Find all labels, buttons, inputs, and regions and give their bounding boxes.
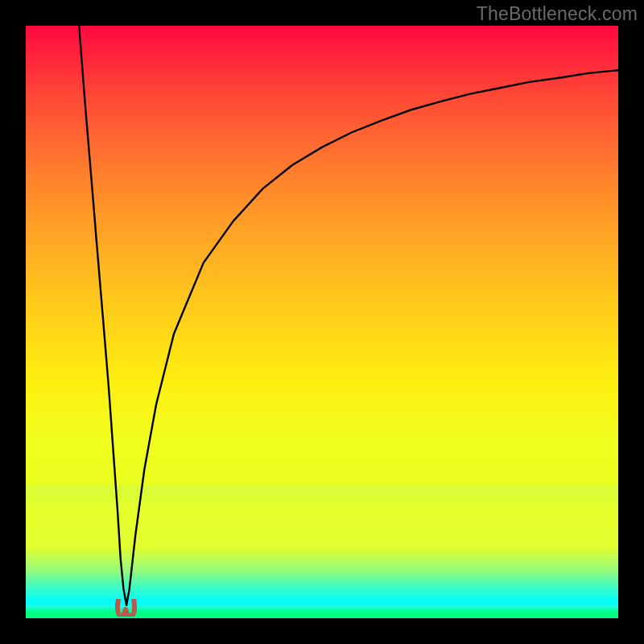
plot-area [26,26,618,618]
bottleneck-curve [26,26,618,618]
watermark-label: TheBottleneck.com [477,3,638,25]
notch-marker-icon [115,599,138,617]
chart-frame: TheBottleneck.com [0,0,644,644]
